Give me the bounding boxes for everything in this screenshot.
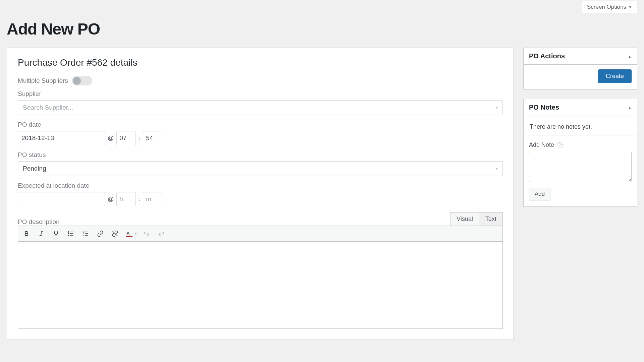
svg-point-8 (68, 233, 69, 234)
editor-toolbar: 123 A ▾ (18, 226, 503, 242)
note-textarea[interactable] (529, 152, 632, 182)
expected-minute-input[interactable] (143, 192, 162, 206)
po-date-label: PO date (18, 121, 503, 128)
po-actions-title: PO Actions (529, 52, 565, 60)
po-minute-input[interactable] (143, 131, 162, 145)
svg-text:A: A (126, 231, 130, 236)
supplier-placeholder: Search Supplier... (23, 104, 73, 111)
bold-icon[interactable] (21, 228, 32, 239)
page-title: Add New PO (7, 20, 637, 38)
italic-icon[interactable] (36, 228, 46, 239)
multiple-suppliers-toggle[interactable] (72, 76, 92, 85)
po-notes-title: PO Notes (529, 104, 559, 111)
po-details-panel: Purchase Order #562 details Multiple Sup… (7, 48, 514, 340)
collapse-icon[interactable]: ▲ (628, 54, 632, 58)
expected-hour-input[interactable] (116, 192, 136, 206)
multiple-suppliers-label: Multiple Suppliers (18, 77, 68, 84)
toggle-knob (73, 77, 81, 85)
redo-icon[interactable] (156, 228, 166, 239)
screen-options-toggle[interactable]: Screen Options ▼ (582, 1, 637, 13)
bullet-list-icon[interactable] (66, 228, 76, 239)
po-hour-input[interactable] (116, 131, 136, 145)
caret-down-icon: ▼ (628, 5, 632, 9)
po-notes-panel: PO Notes ▲ There are no notes yet. Add N… (523, 99, 637, 207)
chevron-down-icon: ▾ (496, 105, 498, 110)
po-date-input[interactable] (18, 131, 105, 145)
po-details-heading: Purchase Order #562 details (18, 57, 503, 68)
po-status-label: PO status (18, 151, 503, 159)
svg-text:3: 3 (83, 234, 84, 236)
at-symbol: @ (107, 135, 114, 142)
po-description-label: PO description (18, 218, 60, 226)
text-color-picker[interactable]: A ▾ (125, 230, 137, 237)
po-status-select[interactable]: Pending ▾ (18, 161, 503, 176)
help-icon[interactable]: ? (557, 142, 563, 148)
create-button[interactable]: Create (598, 69, 632, 83)
colon-symbol: : (138, 196, 141, 203)
expected-date-label: Expected at location date (18, 182, 503, 189)
editor-body[interactable] (18, 242, 503, 329)
tab-visual[interactable]: Visual (450, 212, 479, 226)
chevron-down-icon: ▾ (496, 166, 498, 171)
link-icon[interactable] (95, 228, 105, 239)
svg-point-9 (68, 235, 69, 236)
po-actions-panel: PO Actions ▲ Create (523, 48, 637, 89)
screen-options-label: Screen Options (587, 4, 626, 10)
numbered-list-icon[interactable]: 123 (80, 228, 91, 239)
text-color-icon: A (125, 230, 133, 237)
svg-line-2 (41, 232, 42, 236)
expected-date-input[interactable] (18, 192, 105, 206)
color-swatch (126, 236, 132, 237)
undo-icon[interactable] (142, 228, 152, 239)
caret-down-icon: ▾ (135, 231, 137, 236)
notes-empty-text: There are no notes yet. (529, 121, 632, 135)
supplier-select[interactable]: Search Supplier... ▾ (18, 100, 503, 115)
unlink-icon[interactable] (110, 228, 120, 239)
at-symbol: @ (107, 196, 114, 203)
svg-point-7 (68, 232, 69, 233)
add-note-label: Add Note (529, 141, 554, 148)
colon-symbol: : (138, 135, 141, 142)
add-note-button[interactable]: Add (529, 188, 550, 200)
divider (524, 135, 637, 135)
supplier-label: Supplier (18, 90, 503, 98)
underline-icon[interactable] (51, 228, 61, 239)
tab-text[interactable]: Text (479, 212, 503, 226)
collapse-icon[interactable]: ▲ (628, 106, 632, 110)
po-status-value: Pending (23, 165, 46, 172)
